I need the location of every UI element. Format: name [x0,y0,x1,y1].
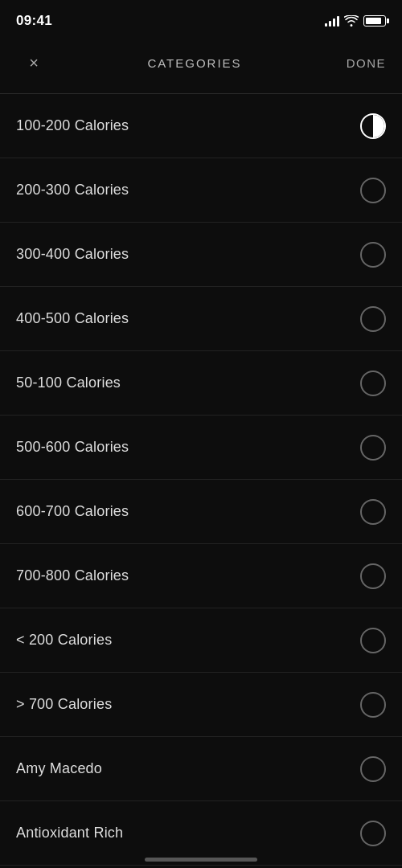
page-title: CATEGORIES [147,56,241,70]
category-label: > 700 Calories [16,696,112,713]
category-label: 200-300 Calories [16,182,129,199]
radio-circle [360,435,386,461]
category-label: 100-200 Calories [16,117,129,134]
radio-circle [360,242,386,268]
status-time: 09:41 [16,13,52,29]
list-item[interactable]: 400-500 Calories [0,287,402,351]
status-bar: 09:41 [0,0,402,39]
radio-circle [360,113,386,139]
list-item[interactable]: 600-700 Calories [0,480,402,544]
radio-circle [360,499,386,525]
close-button[interactable]: × [16,45,51,80]
category-label: 500-600 Calories [16,439,129,456]
nav-header: × CATEGORIES DONE [0,39,402,94]
radio-circle [360,628,386,653]
radio-circle [360,371,386,396]
category-label: Antioxidant Rich [16,825,123,841]
radio-circle [360,756,386,782]
radio-circle [360,178,386,203]
category-label: 300-400 Calories [16,246,129,263]
category-label: < 200 Calories [16,632,112,649]
list-item[interactable]: 500-600 Calories [0,416,402,480]
done-button[interactable]: DONE [338,56,386,70]
list-item[interactable]: 300-400 Calories [0,223,402,287]
signal-icon [325,15,339,27]
category-label: Amy Macedo [16,760,102,777]
home-indicator [0,850,402,868]
category-label: 700-800 Calories [16,567,129,584]
radio-circle [360,306,386,332]
list-item[interactable]: 50-100 Calories [0,351,402,416]
radio-circle [360,821,386,846]
category-list: 100-200 Calories200-300 Calories300-400 … [0,94,402,866]
wifi-icon [344,15,359,27]
list-item[interactable]: 100-200 Calories [0,94,402,158]
category-label: 600-700 Calories [16,503,129,520]
list-item[interactable]: < 200 Calories [0,608,402,673]
list-item[interactable]: 200-300 Calories [0,158,402,223]
home-bar [145,858,257,862]
status-icons [325,15,386,27]
radio-circle [360,563,386,589]
list-item[interactable]: Amy Macedo [0,737,402,801]
list-item[interactable]: > 700 Calories [0,673,402,737]
list-item[interactable]: 700-800 Calories [0,544,402,608]
category-label: 400-500 Calories [16,310,129,327]
category-label: 50-100 Calories [16,375,121,391]
radio-circle [360,692,386,718]
battery-icon [363,15,386,27]
